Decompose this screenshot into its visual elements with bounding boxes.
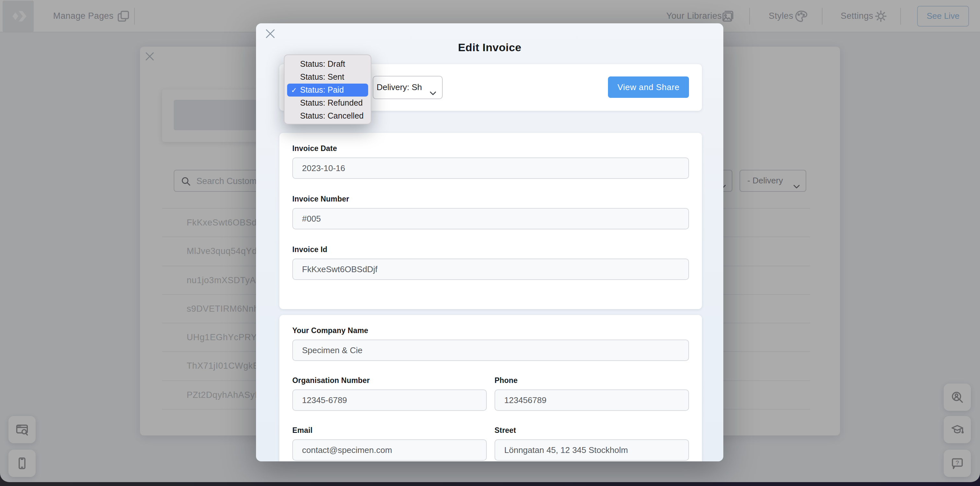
field-input[interactable]: Specimen & Cie (292, 340, 689, 361)
status-menu-item-label: Status: Sent (300, 71, 344, 84)
field-label: Street (495, 426, 689, 434)
modal-title: Edit Invoice (256, 41, 723, 54)
field-label: Phone (495, 376, 689, 384)
status-menu-item-label: Status: Refunded (300, 97, 363, 110)
delivery-select[interactable]: Delivery: Sh (373, 76, 443, 99)
field-input[interactable]: 123456789 (495, 389, 689, 411)
form-field: Street Lönngatan 45, 12 345 Stockholm (495, 426, 689, 461)
status-menu-item[interactable]: Status: Refunded (287, 97, 368, 110)
status-menu-item-label: Status: Draft (300, 58, 345, 71)
delivery-select-value: Delivery: Sh (373, 76, 425, 98)
field-label: Email (292, 426, 487, 434)
status-menu-item[interactable]: Status: Draft (287, 58, 368, 71)
status-menu-item-label: Status: Cancelled (300, 110, 364, 122)
form-field: Email contact@specimen.com (292, 426, 487, 461)
field-input[interactable]: Lönngatan 45, 12 345 Stockholm (495, 439, 689, 461)
screen: Manage Pages Your Libraries Styles (0, 0, 980, 486)
status-menu-item[interactable]: Status: Cancelled (287, 110, 368, 122)
status-menu-item-label: Status: Paid (300, 84, 344, 97)
status-menu-item[interactable]: Status: Sent (287, 71, 368, 84)
invoice-details-card: Invoice Date 2023-10-16 Invoice Number #… (279, 133, 702, 309)
checkmark-icon: ✓ (291, 84, 300, 97)
field-label: Invoice Date (292, 145, 689, 152)
form-field: Organisation Number 12345-6789 (292, 376, 487, 411)
form-field: Invoice Id FkKxeSwt6OBSdDjf (292, 246, 689, 280)
form-field: Invoice Date 2023-10-16 (292, 145, 689, 179)
field-label: Invoice Number (292, 195, 689, 203)
status-dropdown-menu: Status: Draft Status: Sent ✓ Status: Pai… (284, 54, 371, 124)
field-label: Your Company Name (292, 327, 689, 334)
modal-close-icon[interactable] (265, 29, 275, 39)
form-field: Your Company Name Specimen & Cie (292, 327, 689, 361)
form-field: Invoice Number #005 (292, 195, 689, 229)
view-and-share-button[interactable]: View and Share (608, 76, 689, 98)
field-input[interactable]: 2023-10-16 (292, 157, 689, 179)
field-label: Invoice Id (292, 246, 689, 253)
field-input[interactable]: contact@specimen.com (292, 439, 487, 461)
field-label: Organisation Number (292, 376, 487, 384)
company-details-card: Your Company Name Specimen & Cie Organis… (279, 315, 702, 461)
form-field: Phone 123456789 (495, 376, 689, 411)
status-menu-item[interactable]: ✓ Status: Paid (287, 84, 368, 97)
field-input[interactable]: #005 (292, 208, 689, 229)
field-input[interactable]: FkKxeSwt6OBSdDjf (292, 259, 689, 280)
edit-invoice-modal: Edit Invoice Delivery: Sh View and Share… (256, 23, 723, 461)
field-input[interactable]: 12345-6789 (292, 389, 487, 411)
chevron-down-icon (430, 86, 436, 90)
